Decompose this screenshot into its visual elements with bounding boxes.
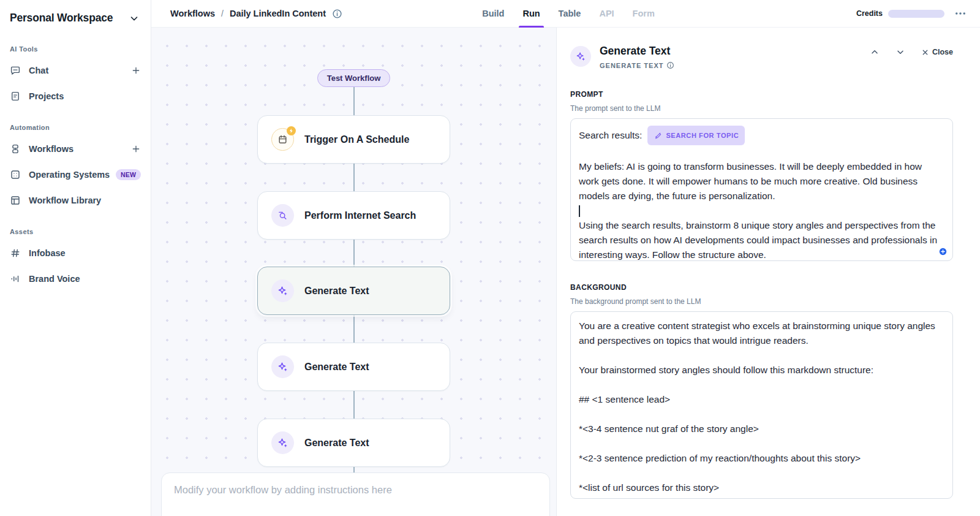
node-title: Generate Text	[304, 438, 369, 449]
close-label: Close	[932, 48, 953, 56]
connector-line	[353, 315, 355, 343]
tab-run[interactable]: Run	[522, 0, 540, 28]
chat-icon	[10, 65, 21, 76]
view-tabs: Build Run Table API Form	[482, 0, 655, 28]
new-badge: NEW	[116, 169, 141, 180]
sidebar-item-label: Workflows	[29, 144, 131, 154]
background-paragraph: *<3-4 sentence nut graf of the story ang…	[579, 422, 944, 436]
more-options-button[interactable]	[954, 7, 967, 20]
sidebar-item-label: Operating Systems	[29, 170, 116, 180]
breadcrumb: Workflows / Daily LinkedIn Content	[170, 9, 482, 19]
node-trigger-on-a-schedule[interactable]: Trigger On A Schedule	[257, 115, 450, 164]
node-title: Generate Text	[304, 362, 369, 373]
equalizer-icon	[10, 273, 21, 284]
workflow-instruction-box[interactable]	[161, 472, 550, 516]
next-node-button[interactable]	[895, 47, 905, 57]
node-generate-text-3[interactable]: Generate Text	[257, 419, 450, 467]
variable-chip-search-for-topic[interactable]: SEARCH FOR TOPIC	[647, 126, 745, 145]
section-label-ai-tools: AI Tools	[10, 45, 141, 53]
test-workflow-button[interactable]: Test Workflow	[317, 69, 390, 87]
add-workflow-button[interactable]	[131, 144, 141, 154]
node-config-panel: Generate Text GENERATE TEXT Close PROMPT…	[556, 28, 980, 516]
connector-line	[353, 240, 355, 267]
background-paragraph: *<list of url sources for this story>	[579, 480, 944, 495]
node-generate-text-selected[interactable]: Generate Text	[257, 267, 450, 315]
background-paragraph: Your brainstormed story angles should fo…	[579, 363, 944, 378]
workflow-canvas[interactable]: Test Workflow Trigger On A Schedule Perf…	[151, 28, 556, 516]
sidebar-item-label: Chat	[29, 66, 131, 75]
connector-line	[353, 391, 355, 419]
sidebar-item-chat[interactable]: Chat	[0, 58, 151, 83]
add-variable-button[interactable]	[939, 248, 947, 256]
close-icon	[921, 48, 929, 56]
node-perform-internet-search[interactable]: Perform Internet Search	[257, 191, 450, 240]
prompt-section-description: The prompt sent to the LLM	[570, 104, 953, 113]
zap-badge-icon	[287, 126, 296, 135]
node-generate-text-2[interactable]: Generate Text	[257, 343, 450, 391]
connector-line	[353, 87, 355, 115]
sidebar-item-brand-voice[interactable]: Brand Voice	[0, 266, 151, 292]
tab-build[interactable]: Build	[482, 0, 504, 28]
background-editor[interactable]: You are a creative content strategist wh…	[570, 311, 953, 499]
info-icon[interactable]	[332, 9, 342, 19]
sidebar-item-workflow-library[interactable]: Workflow Library	[0, 188, 151, 213]
sidebar-item-label: Infobase	[29, 248, 141, 258]
section-label-assets: Assets	[10, 228, 141, 235]
internet-search-icon	[271, 204, 294, 227]
sparkles-icon	[271, 431, 294, 454]
panel-title-block: Generate Text GENERATE TEXT	[600, 45, 674, 69]
background-section-description: The background prompt sent to the LLM	[570, 297, 953, 306]
prompt-intro-text: Search results:	[579, 128, 642, 143]
prompt-body-paragraph-2: Using the search results, brainstorm 8 u…	[579, 218, 944, 262]
sidebar-item-label: Projects	[29, 91, 141, 101]
credits-progress-bar	[888, 10, 944, 18]
background-paragraph: You are a creative content strategist wh…	[579, 319, 944, 348]
tab-table[interactable]: Table	[559, 0, 581, 28]
sparkles-icon	[271, 279, 294, 302]
previous-node-button[interactable]	[870, 47, 880, 57]
background-paragraph: ## <1 sentence lead>	[579, 392, 944, 407]
node-title: Generate Text	[304, 286, 369, 297]
node-title: Trigger On A Schedule	[304, 134, 409, 145]
sidebar-item-label: Brand Voice	[29, 274, 141, 284]
sidebar-item-label: Workflow Library	[29, 195, 141, 205]
sparkles-icon	[271, 355, 294, 378]
tab-api: API	[599, 0, 614, 28]
breadcrumb-separator: /	[221, 9, 224, 18]
document-icon	[10, 91, 21, 102]
sparkles-icon	[570, 46, 591, 67]
panel-title: Generate Text	[600, 45, 674, 58]
breadcrumb-workflows[interactable]: Workflows	[170, 9, 215, 18]
background-paragraph: *<2-3 sentence prediction of my reaction…	[579, 451, 944, 466]
variable-chip-label: SEARCH FOR TOPIC	[666, 128, 739, 143]
library-layout-icon	[10, 195, 21, 206]
sidebar-item-infobase[interactable]: Infobase	[0, 240, 151, 266]
pen-sparkle-icon	[654, 131, 662, 140]
chevron-down-icon	[129, 13, 140, 24]
sidebar-item-workflows[interactable]: Workflows	[0, 136, 151, 162]
section-label-automation: Automation	[10, 124, 141, 131]
background-section-label: BACKGROUND	[570, 283, 953, 292]
connector-line	[353, 467, 355, 472]
sidebar-item-operating-systems[interactable]: Operating Systems NEW	[0, 162, 151, 188]
panel-header: Generate Text GENERATE TEXT Close	[570, 45, 953, 69]
prompt-editor[interactable]: Search results: SEARCH FOR TOPIC My beli…	[570, 118, 953, 261]
panel-subtitle: GENERATE TEXT	[600, 62, 663, 69]
connector-line	[353, 164, 355, 191]
calendar-trigger-icon	[271, 128, 294, 151]
workflow-instruction-input[interactable]	[174, 484, 537, 496]
workspace-name: Personal Workspace	[10, 12, 113, 25]
info-icon[interactable]	[666, 61, 674, 69]
workflow-icon	[10, 143, 21, 154]
tab-form: Form	[633, 0, 655, 28]
text-cursor	[579, 205, 580, 217]
hash-icon	[10, 248, 21, 259]
active-tab-underline	[519, 26, 543, 28]
workspace-switcher[interactable]: Personal Workspace	[0, 0, 151, 31]
panel-actions: Close	[870, 45, 953, 57]
tab-run-label: Run	[522, 9, 540, 18]
sidebar-item-projects[interactable]: Projects	[0, 83, 151, 109]
close-panel-button[interactable]: Close	[921, 48, 953, 56]
sidebar: Personal Workspace AI Tools Chat Project…	[0, 0, 151, 516]
add-chat-button[interactable]	[131, 66, 141, 75]
